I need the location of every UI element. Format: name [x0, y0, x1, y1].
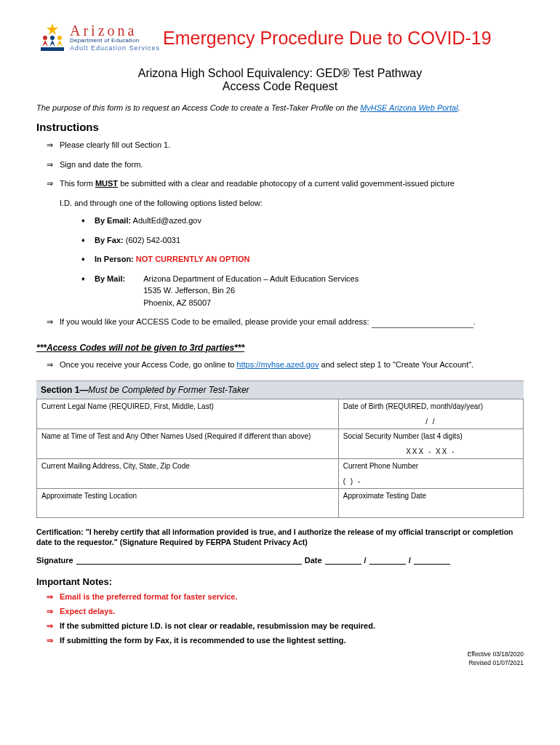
option-in-person: In Person: NOT CURRENTLY AN OPTION: [81, 253, 524, 266]
address-field[interactable]: Current Mailing Address, City, State, Zi…: [37, 459, 339, 489]
option-value: AdultEd@azed.gov: [133, 216, 201, 225]
dob-field[interactable]: Date of Birth (REQUIRED, month/day/year)…: [338, 399, 523, 429]
instructions-list: Please clearly fill out Section 1. Sign …: [36, 139, 524, 328]
third-party-notice: ***Access Codes will not be given to 3rd…: [36, 343, 524, 353]
instruction-text: I.D. and through one of the following op…: [60, 197, 524, 210]
phone-field[interactable]: Current Phone Number ( ) -: [338, 459, 523, 489]
instruction-item: If you would like your ACCESS Code to be…: [47, 316, 524, 328]
note-text: Email is the preferred format for faster…: [60, 592, 238, 601]
logo-program: Adult Education Services: [70, 44, 160, 52]
must-emphasis: MUST: [95, 179, 118, 188]
footer-dates: Effective 03/18/2020 Revised 01/07/2021: [36, 650, 524, 668]
logo-dept: Department of Education: [70, 37, 160, 44]
field-label: Approximate Testing Date: [343, 492, 426, 500]
option-label: In Person:: [95, 255, 134, 263]
note-text: If the submitted picture I.D. is not cle…: [60, 621, 375, 630]
purpose-text: The purpose of this form is to request a…: [36, 103, 524, 112]
online-prefix: Once you receive your Access Code, go on…: [60, 360, 236, 369]
note-text: If submitting the form by Fax, it is rec…: [60, 636, 346, 645]
field-label: Approximate Testing Location: [41, 492, 137, 500]
dob-separators: / /: [343, 410, 519, 426]
online-step: Once you receive your Access Code, go on…: [47, 359, 524, 371]
section-1-form-table: Current Legal Name (REQUIRED, First, Mid…: [36, 399, 524, 518]
phone-separators: ( ) -: [343, 470, 519, 485]
note-item: Expect delays.: [47, 606, 524, 617]
ade-logo: Arizona Department of Education Adult Ed…: [36, 22, 160, 54]
instruction-item: This form MUST be submitted with a clear…: [47, 178, 524, 308]
section-1-label: Section 1—: [41, 385, 88, 395]
logo-state: Arizona: [70, 24, 160, 37]
myhse-portal-link[interactable]: MyHSE Arizona Web Portal: [360, 103, 458, 112]
svg-point-3: [57, 36, 62, 40]
date-year-field[interactable]: [414, 556, 450, 565]
document-title: Arizona High School Equivalency: GED® Te…: [36, 67, 524, 93]
option-email: By Email: AdultEd@azed.gov: [81, 215, 524, 227]
instruction-text: This form: [60, 179, 95, 188]
mail-line-1: Arizona Department of Education – Adult …: [143, 274, 359, 283]
ssn-mask: XXX - XX -: [343, 440, 519, 455]
svg-rect-4: [41, 47, 64, 51]
date-month-field[interactable]: [325, 556, 361, 565]
revised-date: Revised 01/07/2021: [36, 659, 524, 668]
option-fax: By Fax: (602) 542-0031: [81, 234, 524, 247]
note-item: If the submitted picture I.D. is not cle…: [47, 621, 524, 632]
ade-logo-icon: [36, 22, 68, 54]
online-suffix: and select step 1 to "Create Your Accoun…: [319, 360, 473, 369]
important-notes-heading: Important Notes:: [36, 576, 524, 587]
note-item: Email is the preferred format for faster…: [47, 591, 524, 602]
field-label: Current Legal Name (REQUIRED, First, Mid…: [41, 402, 214, 410]
signature-field[interactable]: [76, 556, 302, 565]
header-row: Arizona Department of Education Adult Ed…: [36, 22, 524, 54]
note-item: If submitting the form by Fax, it is rec…: [47, 635, 524, 646]
legal-name-field[interactable]: Current Legal Name (REQUIRED, First, Mid…: [37, 399, 339, 429]
date-day-field[interactable]: [369, 556, 406, 565]
instruction-text: be submitted with a clear and readable p…: [118, 179, 455, 188]
emergency-banner: Emergency Procedure Due to COVID-19: [163, 28, 492, 49]
prior-name-field[interactable]: Name at Time of Test and Any Other Names…: [37, 429, 339, 459]
purpose-suffix: .: [458, 103, 460, 112]
option-label: By Email:: [95, 216, 131, 225]
mail-address: Arizona Department of Education – Adult …: [143, 273, 359, 309]
purpose-prefix: The purpose of this form is to request a…: [36, 103, 360, 112]
option-label: By Fax:: [95, 236, 124, 244]
svg-marker-0: [47, 23, 58, 35]
effective-date: Effective 03/18/2020: [36, 650, 524, 659]
title-line-1: Arizona High School Equivalency: GED® Te…: [36, 67, 524, 80]
svg-point-2: [50, 36, 55, 40]
svg-point-1: [43, 36, 47, 40]
test-location-field[interactable]: Approximate Testing Location: [37, 489, 339, 518]
online-steps: Once you receive your Access Code, go on…: [36, 359, 524, 371]
instruction-item: Please clearly fill out Section 1.: [47, 139, 524, 151]
instruction-item: Sign and date the form.: [47, 159, 524, 171]
signature-label: Signature: [36, 556, 73, 565]
mail-line-2: 1535 W. Jefferson, Bin 26: [143, 286, 235, 295]
signature-row: Signature Date / /: [36, 556, 524, 565]
section-1-desc: Must be Completed by Former Test-Taker: [88, 385, 249, 395]
important-notes-list: Email is the preferred format for faster…: [36, 591, 524, 645]
field-label: Date of Birth (REQUIRED, month/day/year): [343, 402, 483, 410]
title-line-2: Access Code Request: [36, 80, 524, 93]
myhse-url-link[interactable]: https://myhse.azed.gov: [236, 360, 319, 369]
submission-options: By Email: AdultEd@azed.gov By Fax: (602)…: [60, 215, 524, 308]
field-label: Social Security Number (last 4 digits): [343, 432, 463, 440]
option-value: (602) 542-0031: [126, 236, 180, 244]
ssn-field[interactable]: Social Security Number (last 4 digits) X…: [338, 429, 523, 459]
mail-line-3: Phoenix, AZ 85007: [143, 298, 211, 307]
field-label: Name at Time of Test and Any Other Names…: [41, 432, 311, 440]
email-blank-field[interactable]: [372, 327, 473, 328]
section-1-header: Section 1—Must be Completed by Former Te…: [36, 381, 524, 399]
logo-text: Arizona Department of Education Adult Ed…: [70, 24, 160, 52]
instruction-suffix: .: [473, 317, 476, 326]
test-date-field[interactable]: Approximate Testing Date: [338, 489, 523, 518]
option-label: By Mail:: [95, 274, 125, 283]
instructions-heading: Instructions: [36, 121, 524, 133]
field-label: Current Phone Number: [343, 462, 418, 470]
date-label: Date: [305, 556, 322, 565]
instruction-text: If you would like your ACCESS Code to be…: [60, 317, 372, 326]
note-text: Expect delays.: [60, 607, 115, 615]
option-mail: By Mail: Arizona Department of Education…: [81, 273, 524, 309]
field-label: Current Mailing Address, City, State, Zi…: [41, 462, 190, 470]
certification-text: Certification: "I hereby certify that al…: [36, 527, 524, 547]
option-value-disabled: NOT CURRENTLY AN OPTION: [136, 255, 250, 263]
